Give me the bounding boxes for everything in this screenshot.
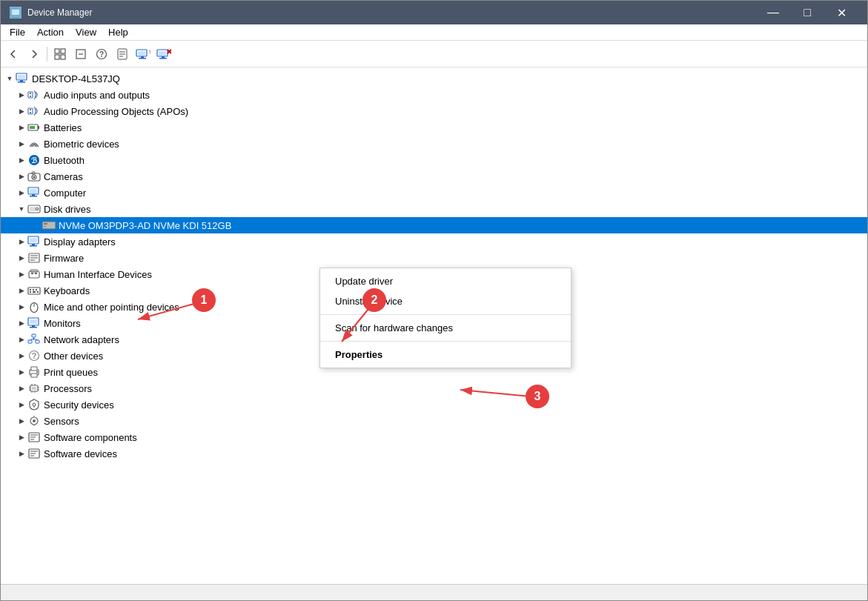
expand-icon[interactable] [16,138,27,150]
expand-icon[interactable] [16,415,27,427]
item-label: NVMe OM3PDP3-AD NVMe KDI 512GB [59,220,231,231]
list-item[interactable]: Processors [1,380,867,396]
status-bar [1,584,867,600]
svg-rect-63 [30,255,38,256]
list-item[interactable]: Audio Processing Objects (APOs) [1,103,867,119]
list-item[interactable]: Disk drives [1,201,867,217]
nvme-drive-item[interactable]: NVMe OM3PDP3-AD NVMe KDI 512GB [1,217,867,233]
content-area: DESKTOP-4L537JQ Audio inputs and outputs [1,67,867,584]
svg-rect-35 [30,109,31,110]
root-label: DESKTOP-4L537JQ [32,73,120,84]
forward-button[interactable] [24,44,44,64]
svg-point-108 [33,419,36,422]
svg-rect-73 [36,289,37,290]
svg-rect-112 [30,434,38,436]
expand-icon[interactable] [16,203,27,215]
item-label: Software components [44,432,137,443]
maximize-button[interactable]: □ [790,1,824,24]
list-item[interactable]: Software devices [1,445,867,462]
item-label: Keyboards [44,285,90,296]
expand-icon[interactable] [16,350,27,362]
list-item[interactable]: ℬ Bluetooth [1,152,867,168]
list-item[interactable]: Biometric devices [1,136,867,152]
computer-icon [27,186,41,199]
expand-icon[interactable] [16,382,27,394]
item-label: Computer [44,187,86,199]
expand-icon[interactable] [16,448,27,459]
list-item[interactable]: Security devices [1,396,867,413]
svg-rect-51 [30,207,36,211]
list-item[interactable]: Software components [1,429,867,445]
update-driver-button[interactable]: ↑ [133,44,153,64]
collapse-all-button[interactable] [71,44,90,64]
expand-icon[interactable] [16,236,27,248]
expand-icon[interactable] [16,431,27,443]
svg-rect-93 [31,373,37,377]
svg-rect-81 [32,325,35,327]
item-label: Mice and other pointing devices [44,302,179,313]
expand-icon[interactable] [16,366,27,378]
expand-icon[interactable] [16,317,27,329]
ctx-properties[interactable]: Properties [320,345,571,365]
item-label: Software devices [44,448,117,459]
list-item[interactable]: Audio inputs and outputs [1,87,867,103]
list-item[interactable]: Display adapters [1,233,867,250]
svg-rect-17 [138,51,145,56]
svg-rect-24 [159,58,167,59]
properties-button[interactable] [113,44,132,64]
expand-icon[interactable] [16,301,27,313]
list-item[interactable]: Cameras [1,168,867,185]
expand-icon[interactable] [16,268,27,280]
expand-icon[interactable] [16,285,27,296]
expand-icon[interactable] [16,89,27,101]
svg-rect-2 [13,16,18,17]
monitor-icon [27,316,41,330]
item-label: Cameras [44,171,83,182]
device-tree[interactable]: DESKTOP-4L537JQ Audio inputs and outputs [1,67,867,584]
svg-point-105 [33,403,36,406]
menu-file[interactable]: File [4,25,31,39]
menu-view[interactable]: View [70,25,102,39]
title-bar-left: Device Manager [10,7,92,19]
svg-rect-3 [12,17,19,18]
svg-rect-6 [55,55,59,59]
list-item[interactable]: Firmware [1,250,867,266]
ctx-uninstall-device[interactable]: Uninstall device [320,291,571,311]
ctx-update-driver[interactable]: Update driver [320,271,571,291]
security-icon [27,398,41,411]
audio-icon [27,88,41,102]
svg-rect-36 [30,112,31,113]
svg-rect-5 [61,49,65,53]
svg-rect-29 [20,80,23,82]
processor-icon [27,382,41,395]
menu-help[interactable]: Help [102,25,134,39]
item-label: Processors [44,383,92,394]
expand-icon[interactable] [16,122,27,133]
list-item[interactable]: Batteries [1,119,867,136]
minimize-button[interactable]: — [756,1,790,24]
back-button[interactable] [4,44,23,64]
help-button[interactable]: ? [92,44,111,64]
menu-action[interactable]: Action [31,25,70,39]
tree-root[interactable]: DESKTOP-4L537JQ [1,70,867,87]
computer-icon [16,72,29,85]
battery-icon [27,121,41,134]
svg-rect-30 [18,82,25,83]
expand-icon[interactable] [16,154,27,166]
close-button[interactable]: ✕ [824,1,858,24]
svg-rect-76 [37,291,39,293]
expand-icon[interactable] [16,170,27,182]
root-expand-arrow[interactable] [4,73,16,84]
item-label: Security devices [44,399,114,411]
expand-icon[interactable] [16,187,27,199]
expand-icon[interactable] [16,105,27,117]
expand-icon[interactable] [16,252,27,264]
item-label: Sensors [44,416,79,427]
uninstall-button[interactable] [154,44,173,64]
expand-all-button[interactable] [50,44,70,64]
list-item[interactable]: Computer [1,185,867,201]
expand-icon[interactable] [16,399,27,411]
list-item[interactable]: Sensors [1,413,867,429]
ctx-scan-hardware[interactable]: Scan for hardware changes [320,318,571,338]
expand-icon[interactable] [16,333,27,345]
